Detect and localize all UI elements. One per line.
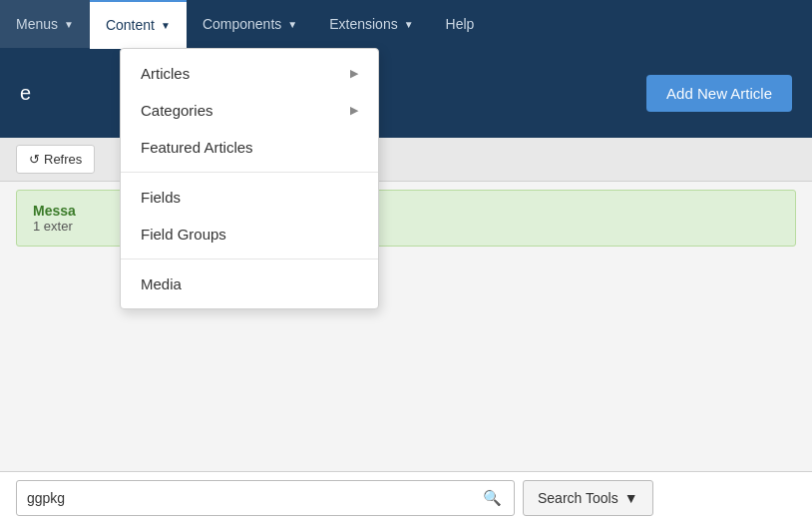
dropdown-fields-label: Fields bbox=[141, 189, 181, 206]
search-submit-button[interactable]: 🔍 bbox=[481, 489, 504, 507]
nav-extensions-chevron: ▼ bbox=[404, 19, 414, 30]
nav-menus-label: Menus bbox=[16, 16, 58, 32]
dropdown-item-featured-articles[interactable]: Featured Articles bbox=[121, 129, 378, 166]
nav-components-chevron: ▼ bbox=[287, 19, 297, 30]
search-bar: 🔍 Search Tools ▼ bbox=[0, 471, 812, 523]
refresh-icon: ↺ bbox=[29, 152, 40, 167]
nav-content-label: Content bbox=[106, 17, 155, 33]
nav-item-extensions[interactable]: Extensions ▼ bbox=[313, 0, 429, 48]
submenu-arrow-articles: ▶ bbox=[350, 67, 358, 80]
search-tools-label: Search Tools bbox=[538, 490, 618, 506]
dropdown-item-field-groups[interactable]: Field Groups bbox=[121, 216, 378, 253]
dropdown-articles-label: Articles bbox=[141, 65, 190, 82]
dropdown-categories-label: Categories bbox=[141, 102, 213, 119]
search-tools-button[interactable]: Search Tools ▼ bbox=[523, 480, 653, 516]
nav-item-menus[interactable]: Menus ▼ bbox=[0, 0, 90, 48]
nav-item-content[interactable]: Content ▼ bbox=[90, 0, 187, 48]
dropdown-item-articles[interactable]: Articles ▶ bbox=[121, 55, 378, 92]
dropdown-featured-label: Featured Articles bbox=[141, 139, 253, 156]
nav-content-chevron: ▼ bbox=[161, 20, 171, 31]
submenu-arrow-categories: ▶ bbox=[350, 104, 358, 117]
refresh-button[interactable]: ↺ Refres bbox=[16, 145, 95, 174]
search-input[interactable] bbox=[27, 490, 481, 506]
dropdown-field-groups-label: Field Groups bbox=[141, 226, 226, 243]
nav-item-components[interactable]: Components ▼ bbox=[187, 0, 313, 48]
content-dropdown-menu: Articles ▶ Categories ▶ Featured Article… bbox=[120, 48, 379, 309]
search-tools-chevron-icon: ▼ bbox=[624, 490, 638, 506]
nav-help-label: Help bbox=[446, 16, 475, 32]
add-new-article-button[interactable]: Add New Article bbox=[646, 75, 792, 112]
dropdown-media-label: Media bbox=[141, 275, 182, 292]
dropdown-divider-1 bbox=[121, 172, 378, 173]
search-icon: 🔍 bbox=[483, 489, 502, 506]
dropdown-item-fields[interactable]: Fields bbox=[121, 179, 378, 216]
nav-components-label: Components bbox=[203, 16, 281, 32]
nav-menus-chevron: ▼ bbox=[64, 19, 74, 30]
dropdown-item-categories[interactable]: Categories ▶ bbox=[121, 92, 378, 129]
search-input-wrap: 🔍 bbox=[16, 480, 515, 516]
nav-item-help[interactable]: Help bbox=[430, 0, 491, 48]
dropdown-divider-2 bbox=[121, 259, 378, 260]
nav-extensions-label: Extensions bbox=[329, 16, 397, 32]
navbar: Menus ▼ Content ▼ Components ▼ Extension… bbox=[0, 0, 812, 48]
refresh-label: Refres bbox=[44, 152, 82, 167]
dropdown-item-media[interactable]: Media bbox=[121, 265, 378, 302]
